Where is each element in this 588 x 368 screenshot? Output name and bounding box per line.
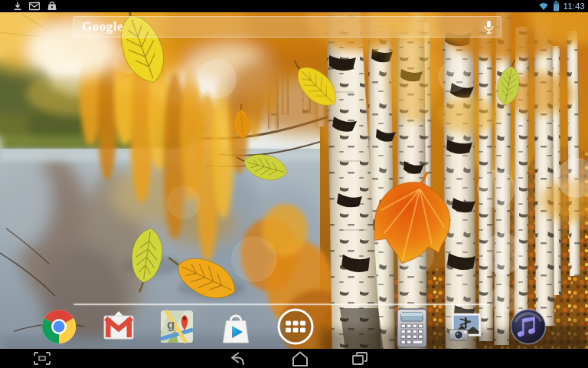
screenshot-button[interactable]	[21, 349, 64, 368]
battery-icon	[553, 1, 560, 12]
voice-search-button[interactable]	[484, 20, 501, 34]
screenshot-frame-icon	[34, 352, 51, 365]
all-apps-icon	[277, 308, 314, 345]
android-home-screen: 11:43 Google	[0, 0, 588, 368]
wifi-icon	[538, 2, 549, 11]
google-logo: Google	[74, 19, 123, 34]
back-button[interactable]	[216, 349, 259, 368]
dock-item-gmail[interactable]	[100, 308, 137, 348]
dock-item-all-apps[interactable]	[277, 308, 314, 348]
dock-item-gallery[interactable]	[446, 308, 483, 348]
recents-icon	[351, 351, 369, 366]
dock-item-calculator[interactable]	[394, 308, 430, 348]
dock-item-chrome[interactable]	[41, 308, 77, 348]
gmail-icon	[100, 308, 137, 345]
home-icon	[291, 351, 309, 366]
svg-text:g: g	[167, 317, 175, 332]
dock: g	[0, 307, 588, 350]
back-icon	[228, 351, 247, 366]
maps-icon: g	[158, 308, 195, 345]
recents-button[interactable]	[338, 349, 381, 368]
dock-item-music[interactable]	[510, 308, 547, 348]
navigation-bar	[0, 349, 588, 368]
play-store-bag-icon	[217, 308, 254, 345]
google-search-widget[interactable]: Google	[73, 16, 501, 38]
mic-icon	[484, 20, 494, 34]
system-status-icons[interactable]: 11:43	[538, 0, 588, 12]
calculator-icon	[394, 308, 430, 348]
play-store-icon	[47, 2, 57, 11]
notification-icons[interactable]	[0, 2, 57, 11]
music-icon	[510, 308, 547, 345]
download-icon	[13, 2, 22, 11]
gallery-icon	[446, 308, 483, 345]
chrome-icon	[41, 308, 77, 345]
email-icon	[29, 2, 40, 11]
status-bar: 11:43	[0, 0, 588, 12]
dock-item-play-store[interactable]	[217, 308, 254, 348]
page-indicator-line	[74, 304, 490, 305]
status-clock: 11:43	[564, 0, 585, 12]
dock-item-maps[interactable]: g	[158, 308, 195, 348]
home-button[interactable]	[279, 349, 322, 368]
